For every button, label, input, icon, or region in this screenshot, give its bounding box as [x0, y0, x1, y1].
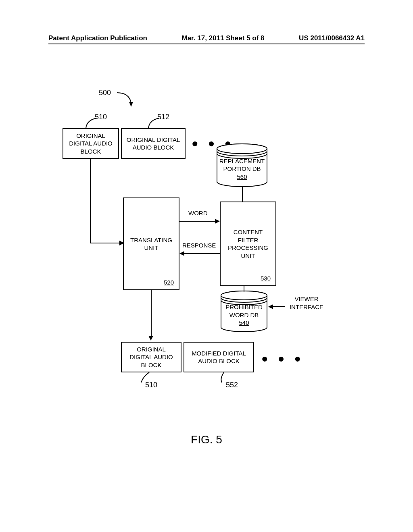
block-original-audio-1: ORIGINAL DIGITAL AUDIO BLOCK: [63, 128, 119, 159]
ref-520: 520: [164, 278, 174, 287]
figure-caption: FIG. 5: [0, 433, 413, 446]
prohibited-db-label: PROHIBITED WORD DB: [225, 303, 263, 319]
cylinder-prohibited-db: PROHIBITED WORD DB 540: [220, 290, 268, 332]
block-original-audio-out: ORIGINAL DIGITAL AUDIO BLOCK: [121, 342, 181, 372]
content-filter-label: CONTENT FILTER PROCESSING UNIT: [228, 228, 268, 260]
ref-510-bottom: 510: [145, 381, 157, 389]
line-510-right: [90, 243, 120, 243]
block-original-audio-2: ORIGINAL DIGITAL AUDIO BLOCK: [121, 128, 186, 159]
line-response: [184, 253, 220, 254]
diagram-500: 500 510 512 ORIGINAL DIGITAL AUDIO BLOCK…: [0, 81, 413, 443]
header-center: Mar. 17, 2011 Sheet 5 of 8: [182, 34, 265, 42]
label-response: RESPONSE: [181, 242, 217, 249]
line-viewer-if: [273, 306, 285, 307]
ref-560: 560: [219, 173, 265, 181]
arrowhead-viewer-if: [268, 304, 273, 309]
block-original-audio-2-label: ORIGINAL DIGITAL AUDIO BLOCK: [127, 136, 180, 152]
ref-540: 540: [225, 319, 263, 327]
block-translating-unit: TRANSLATING UNIT 520: [123, 197, 179, 290]
svg-marker-0: [129, 102, 133, 107]
block-content-filter: CONTENT FILTER PROCESSING UNIT 530: [220, 202, 276, 286]
block-modified-audio: MODIFIED DIGITAL AUDIO BLOCK: [184, 342, 254, 372]
leader-500: [117, 91, 137, 107]
original-audio-out-label: ORIGINAL DIGITAL AUDIO BLOCK: [129, 345, 173, 369]
line-word: [179, 221, 216, 222]
arrowhead-520-down: [148, 336, 153, 341]
modified-audio-label: MODIFIED DIGITAL AUDIO BLOCK: [192, 349, 246, 365]
header-right: US 2011/0066432 A1: [299, 34, 365, 42]
line-510-down: [90, 159, 91, 243]
line-530-to-540: [244, 286, 244, 292]
block-original-audio-1-label: ORIGINAL DIGITAL AUDIO BLOCK: [69, 132, 113, 156]
cylinder-replacement-db: REPLACEMENT PORTION DB 560: [216, 143, 268, 187]
line-520-down: [151, 290, 152, 337]
translating-unit-label: TRANSLATING UNIT: [130, 236, 172, 252]
label-viewer-interface: VIEWER INTERFACE: [286, 295, 327, 311]
arrowhead-response: [179, 251, 184, 256]
ellipsis-bottom: ● ● ●: [261, 352, 304, 365]
header-divider: [48, 44, 365, 44]
line-560-to-530: [242, 187, 243, 202]
ref-552: 552: [226, 381, 238, 389]
ref-530: 530: [261, 274, 271, 283]
header-left: Patent Application Publication: [48, 34, 147, 42]
replacement-db-label: REPLACEMENT PORTION DB: [219, 157, 265, 173]
ref-500: 500: [99, 89, 111, 97]
arrowhead-word: [215, 219, 220, 224]
label-word: WORD: [188, 210, 209, 216]
